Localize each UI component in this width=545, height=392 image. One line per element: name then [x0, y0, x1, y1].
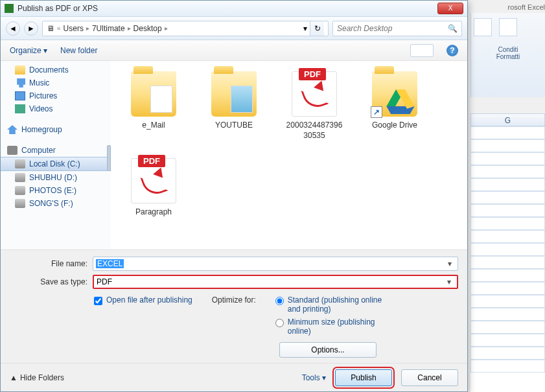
crumb-users[interactable]: Users [64, 24, 84, 33]
forward-button[interactable]: ► [24, 21, 38, 36]
toolbar: Organize ▾ New folder ? [1, 40, 467, 61]
column-header-g[interactable]: G [470, 113, 545, 126]
publish-button[interactable]: Publish [335, 369, 392, 386]
open-after-checkbox[interactable]: Open file after publishing [94, 295, 192, 305]
file-label: YOUTUBE [195, 121, 273, 131]
file-pane[interactable]: e_Mail YOUTUBE PDF 2000324487396 30535 ↗… [111, 61, 467, 249]
savetype-label: Save as type: [10, 277, 87, 286]
file-pdf-number[interactable]: PDF 2000324487396 30535 [275, 67, 353, 152]
scrollbar-thumb[interactable] [107, 145, 111, 171]
sidebar-item-photos-e[interactable]: PHOTOS (E:) [1, 184, 111, 197]
optimize-standard-radio[interactable]: Standard (publishing online and printing… [275, 295, 392, 314]
folder-icon [15, 65, 25, 75]
sidebar-item-documents[interactable]: Documents [1, 63, 111, 76]
radio-input[interactable] [275, 319, 284, 327]
cell[interactable] [470, 347, 545, 360]
cell[interactable] [470, 334, 545, 347]
sidebar-item-songs-f[interactable]: SONG'S (F:) [1, 197, 111, 210]
crumb-7ultimate[interactable]: 7Ultimate [92, 24, 125, 33]
sidebar-item-music[interactable]: Music [1, 76, 111, 89]
hide-folders-button[interactable]: ▲ Hide Folders [10, 373, 64, 382]
cell[interactable] [470, 321, 545, 334]
cell[interactable] [470, 191, 545, 204]
help-button[interactable]: ? [446, 45, 458, 56]
cell[interactable] [470, 308, 545, 321]
file-e-mail[interactable]: e_Mail [115, 67, 192, 152]
cell[interactable] [470, 152, 545, 165]
search-box[interactable]: 🔍 [332, 21, 462, 36]
cell[interactable] [470, 178, 545, 191]
sidebar-item-local-disk-c[interactable]: Local Disk (C:) [1, 157, 111, 171]
google-drive-icon [386, 89, 415, 114]
search-input[interactable] [337, 24, 448, 33]
cell[interactable] [470, 360, 545, 373]
cell[interactable] [470, 243, 545, 256]
folder-icon: ↗ [372, 71, 417, 117]
computer-icon[interactable]: 🖥 [47, 24, 54, 33]
excel-titlebar: rosoft Excel [508, 3, 545, 11]
tools-button[interactable]: Tools ▾ [302, 373, 326, 382]
file-label: 2000324487396 30535 [275, 121, 353, 141]
computer-icon [7, 146, 17, 155]
folder-icon [131, 71, 176, 117]
crumb-desktop[interactable]: Desktop [133, 24, 162, 33]
excel-ribbon: Conditi Formatti [470, 13, 545, 97]
pdf-icon: PDF [131, 158, 176, 203]
optimize-label: Optimize for: [212, 295, 256, 305]
cell[interactable] [470, 295, 545, 308]
sidebar-item-homegroup[interactable]: Homegroup [1, 123, 111, 136]
dropdown-icon[interactable]: ▾ [445, 259, 455, 268]
view-button[interactable] [410, 44, 434, 57]
organize-button[interactable]: Organize ▾ [10, 46, 47, 55]
sidebar-item-pictures[interactable]: Pictures [1, 89, 111, 102]
dialog-footer: ▲ Hide Folders Tools ▾ Publish Cancel [1, 363, 467, 391]
file-youtube[interactable]: YOUTUBE [195, 67, 273, 152]
cell[interactable] [470, 269, 545, 282]
options-button[interactable]: Options... [279, 342, 377, 358]
cell[interactable] [470, 230, 545, 243]
savetype-select[interactable]: PDF ▾ [93, 275, 458, 289]
label: SHUBHU (D:) [29, 173, 77, 182]
pictures-icon [15, 91, 25, 100]
sidebar-item-computer[interactable]: Computer [1, 144, 111, 157]
new-folder-button[interactable]: New folder [60, 46, 97, 55]
cell[interactable] [470, 165, 545, 178]
checkbox-label: Open file after publishing [106, 295, 192, 305]
conditional-formatting-label: Conditi Formatti [471, 43, 545, 60]
filename-input[interactable]: EXCEL ▾ [93, 257, 458, 271]
chevron-up-icon: ▲ [10, 373, 17, 382]
cell[interactable] [470, 282, 545, 295]
optimize-minimum-radio[interactable]: Minimum size (publishing online) [275, 317, 392, 336]
radio-input[interactable] [275, 297, 284, 305]
breadcrumb-sep: « [57, 25, 61, 32]
file-google-drive[interactable]: ↗ Google Drive [356, 67, 434, 152]
sidebar-item-videos[interactable]: Videos [1, 102, 111, 115]
back-button[interactable]: ◄ [6, 21, 20, 36]
search-icon[interactable]: 🔍 [448, 24, 458, 33]
filename-label: File name: [10, 259, 87, 268]
breadcrumb-dropdown[interactable]: ▾ [303, 24, 307, 33]
close-button[interactable]: X [437, 3, 463, 14]
refresh-button[interactable]: ↻ [310, 21, 324, 36]
file-paragraph[interactable]: PDF Paragraph [115, 154, 192, 238]
dropdown-icon[interactable]: ▾ [444, 277, 454, 286]
savetype-value: PDF [97, 277, 444, 286]
chevron-right-icon: ▸ [86, 25, 89, 32]
cell[interactable] [470, 204, 545, 217]
titlebar[interactable]: Publish as PDF or XPS X [1, 1, 467, 17]
cell[interactable] [470, 217, 545, 230]
cell[interactable] [470, 126, 545, 139]
checkbox-input[interactable] [94, 297, 102, 305]
ribbon-icon [474, 18, 492, 36]
nav-sidebar: Documents Music Pictures Videos Homegrou… [1, 61, 111, 249]
file-label: e_Mail [115, 121, 192, 131]
sidebar-item-shubhu-d[interactable]: SHUBHU (D:) [1, 171, 111, 184]
filename-value[interactable]: EXCEL [96, 259, 124, 268]
label: SONG'S (F:) [29, 199, 73, 208]
cell[interactable] [470, 139, 545, 152]
cell[interactable] [470, 256, 545, 269]
cancel-button[interactable]: Cancel [401, 369, 458, 386]
chevron-right-icon: ▸ [165, 25, 168, 32]
breadcrumb[interactable]: 🖥 « Users ▸ 7Ultimate ▸ Desktop ▸ ▾ ↻ [42, 21, 329, 36]
options-area: Open file after publishing Optimize for:… [1, 293, 467, 336]
